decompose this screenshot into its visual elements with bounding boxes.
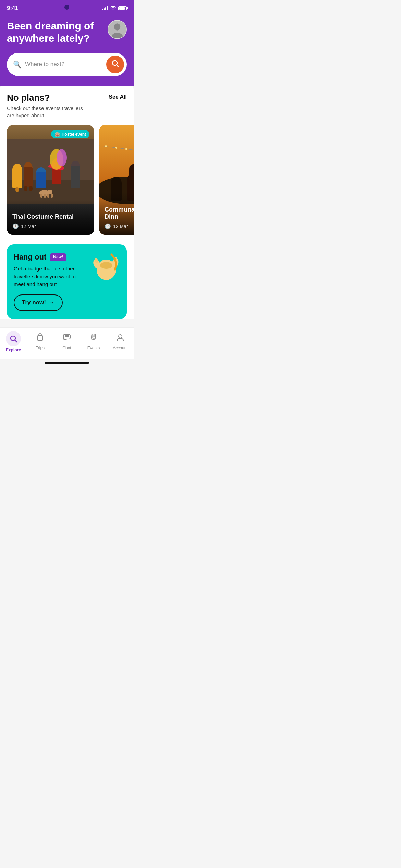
avatar[interactable] [108, 20, 127, 39]
svg-point-33 [115, 147, 117, 149]
svg-point-32 [105, 145, 107, 147]
svg-point-34 [125, 148, 127, 150]
svg-point-23 [47, 190, 52, 194]
svg-point-12 [24, 186, 27, 191]
event-card-1-date: 🕐 12 Mar [12, 223, 89, 229]
svg-point-61 [93, 338, 95, 340]
event-card-1[interactable]: 🏨 Hostel event Thai Costume Rental 🕐 12 … [7, 125, 94, 235]
home-indicator [45, 362, 89, 364]
svg-point-1 [114, 23, 121, 30]
hangout-emoji [93, 251, 120, 285]
svg-rect-24 [40, 194, 42, 198]
clock-icon-1: 🕐 [12, 223, 19, 229]
trips-icon [36, 333, 45, 344]
section-subtitle: Check out these events travellers are hy… [7, 105, 89, 119]
nav-label-explore: Explore [6, 348, 21, 352]
new-badge: New! [50, 253, 66, 261]
events-row: 🏨 Hostel event Thai Costume Rental 🕐 12 … [0, 125, 134, 235]
nav-item-events[interactable]: Events [80, 333, 107, 350]
nav-label-trips: Trips [36, 346, 45, 350]
event-card-1-overlay: Thai Costume Rental 🕐 12 Mar [7, 200, 94, 235]
explore-icon-bg [6, 331, 21, 346]
svg-point-60 [94, 334, 96, 337]
svg-line-52 [15, 340, 17, 342]
clock-icon-2: 🕐 [105, 223, 111, 229]
hangout-title: Hang out [14, 253, 46, 262]
account-icon [116, 333, 125, 344]
event-card-2-overlay: Communal Dinn 🕐 12 Mar [99, 192, 134, 235]
see-all-button[interactable]: See All [109, 93, 127, 100]
svg-rect-21 [71, 166, 80, 188]
hangout-content: Hang out New! Get a badge that lets othe… [14, 253, 87, 311]
battery-icon [118, 6, 127, 10]
event-card-2-title: Communal Dinn [105, 206, 134, 220]
svg-point-62 [119, 335, 122, 338]
chat-icon [62, 333, 71, 344]
hangout-desc: Get a badge that lets other travellers k… [14, 265, 87, 288]
nav-label-chat: Chat [62, 346, 71, 350]
signal-icon [102, 6, 108, 10]
search-bar[interactable]: 🔍 Where to next? [7, 53, 127, 76]
main-content: No plans? Check out these events travell… [0, 83, 134, 319]
event-card-2[interactable]: 🏨 Communal Dinn 🕐 12 Mar [99, 125, 134, 235]
svg-point-19 [57, 149, 67, 166]
svg-rect-27 [51, 194, 53, 198]
no-plans-section: No plans? Check out these events travell… [7, 93, 127, 119]
svg-point-9 [15, 187, 19, 192]
section-title: No plans? [7, 93, 89, 103]
nav-label-events: Events [87, 346, 100, 350]
event-card-2-date: 🕐 12 Mar [105, 223, 134, 229]
search-icon-left: 🔍 [13, 60, 22, 69]
event-card-1-title: Thai Costume Rental [12, 213, 89, 220]
nav-label-account: Account [113, 346, 127, 350]
try-now-button[interactable]: Try now! → [14, 294, 63, 311]
nav-item-explore[interactable]: Explore [0, 331, 27, 352]
search-button[interactable] [106, 56, 124, 73]
events-icon [89, 333, 98, 344]
svg-line-4 [117, 65, 119, 67]
svg-rect-8 [12, 169, 22, 188]
svg-rect-26 [47, 194, 49, 198]
svg-point-48 [100, 262, 112, 269]
nav-item-account[interactable]: Account [107, 333, 134, 350]
explore-icon [9, 334, 18, 343]
svg-rect-15 [36, 172, 46, 188]
search-placeholder: Where to next? [25, 61, 103, 68]
event-badge-1: 🏨 Hostel event [51, 130, 89, 138]
search-button-icon [111, 59, 119, 70]
header: Been dreaming of anywhere lately? 🔍 Wher… [0, 14, 134, 86]
status-time: 9:41 [7, 5, 18, 12]
svg-rect-11 [24, 167, 33, 187]
svg-rect-25 [44, 194, 46, 198]
wifi-icon [110, 5, 116, 11]
svg-point-59 [92, 335, 94, 338]
nav-item-trips[interactable]: Trips [27, 333, 53, 350]
hangout-banner: Hang out New! Get a badge that lets othe… [7, 244, 127, 319]
camera-dot [64, 5, 69, 10]
svg-rect-44 [129, 169, 134, 180]
status-icons [102, 5, 127, 11]
bottom-nav: Explore Trips Chat [0, 327, 134, 359]
header-title: Been dreaming of anywhere lately? [7, 20, 96, 45]
svg-point-13 [29, 186, 33, 191]
nav-item-chat[interactable]: Chat [53, 333, 80, 350]
